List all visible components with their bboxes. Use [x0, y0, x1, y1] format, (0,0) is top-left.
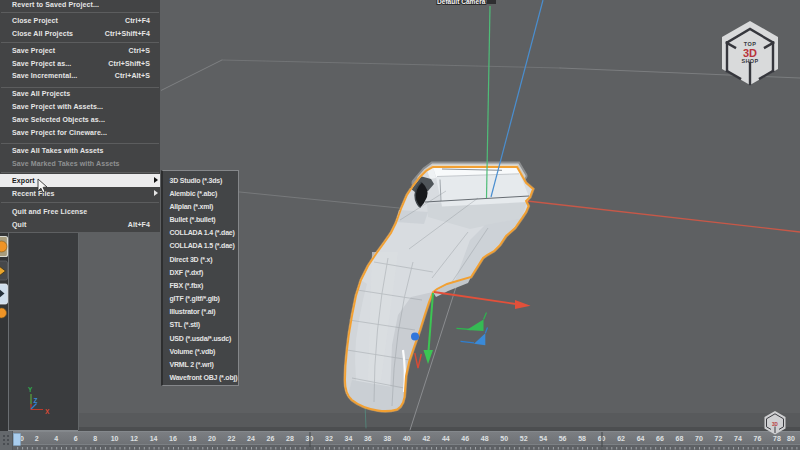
svg-text:Y: Y [28, 386, 33, 393]
svg-text:X: X [45, 408, 50, 415]
svg-text:Default Camera: Default Camera [437, 0, 486, 5]
svg-text:3D: 3D [772, 422, 779, 427]
svg-text:Z: Z [34, 397, 38, 404]
svg-text:SHOP: SHOP [742, 58, 759, 64]
